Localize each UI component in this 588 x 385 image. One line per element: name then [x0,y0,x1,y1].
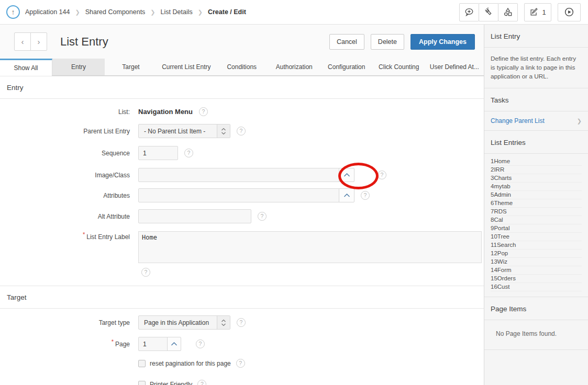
help-icon[interactable]: ? [197,380,206,385]
attributes-input[interactable] [138,188,339,202]
breadcrumb-item[interactable]: Application 144 ❯ [25,8,80,16]
chevron-right-icon: ❯ [577,118,582,124]
field-row-list-entry-label: *List Entry Label Home ? [0,231,484,277]
tab[interactable]: Current List Entry [157,59,216,75]
list-entry-item[interactable]: 13Wiz [491,258,582,266]
printer-friendly-checkbox[interactable] [138,381,146,385]
main-region: ‹ › List Entry Cancel Delete Apply Chang… [0,25,484,385]
edit-page-icon [529,7,539,17]
required-asterisk: * [112,338,114,345]
parent-list-entry-label: Parent List Entry [0,128,130,135]
breadcrumb-item[interactable]: Shared Components ❯ [85,8,156,16]
field-row-printer-friendly: Printer Friendly ? [138,380,484,385]
help-icon[interactable]: ? [237,127,246,135]
list-entry-item[interactable]: 11Search [491,241,582,250]
play-icon [564,7,574,17]
help-icon[interactable]: ? [141,268,150,277]
list-value: Navigation Menu [138,108,193,116]
help-icon[interactable]: ? [236,359,245,368]
breadcrumb-item[interactable]: Create / Edit ❯ [208,8,246,16]
tab[interactable]: Entry [52,59,105,75]
page-items-empty-message: No Page Items found. [484,320,588,350]
up-arrow-icon[interactable]: ↑ [6,5,20,19]
run-page-button[interactable] [558,3,581,21]
list-field-label: List: [0,108,130,116]
apex-list-entry-page: ↑ Application 144 ❯ Shared Components ❯ … [0,0,588,385]
sequence-input[interactable] [138,146,178,160]
tab[interactable]: Conditions [216,59,268,75]
chevron-right-icon: ❯ [150,9,155,16]
page-input[interactable] [138,337,168,351]
cancel-button[interactable]: Cancel [329,34,364,50]
tab[interactable]: Configuration [320,59,373,75]
shared-components-button[interactable] [498,3,518,21]
tab[interactable]: Show All [0,59,52,75]
page-lov-button[interactable] [167,337,181,351]
tab[interactable]: User Defined At... [425,59,484,75]
list-entries-title: List Entries [484,131,588,154]
page-title: List Entry [60,35,108,49]
required-asterisk: * [83,231,85,237]
list-entry-item[interactable]: 6Theme [491,199,582,208]
list-entry-item[interactable]: 8Cal [491,216,582,224]
list-entry-item[interactable]: 9Portal [491,224,582,233]
breadcrumb-item[interactable]: List Details ❯ [161,8,203,16]
next-button[interactable]: › [30,32,47,51]
target-type-select[interactable]: Page in this Application [138,315,230,330]
page-header: ‹ › List Entry Cancel Delete Apply Chang… [0,25,484,59]
entry-section-header: Entry [0,76,484,99]
help-icon[interactable]: ? [196,339,205,348]
list-entry-label-textarea[interactable]: Home [138,231,482,263]
parent-list-entry-select[interactable]: - No Parent List Item - [138,124,230,138]
select-spinner-icon [217,316,230,329]
help-icon[interactable]: ? [184,149,193,157]
list-entry-item[interactable]: 12Pop [491,250,582,258]
list-entry-item[interactable]: 16Cust [491,283,582,291]
apply-changes-button[interactable]: Apply Changes [411,34,475,50]
change-parent-list-link[interactable]: Change Parent List ❯ [484,111,588,131]
list-entry-label-label: *List Entry Label [0,231,130,241]
feedback-button[interactable] [459,3,479,21]
field-row-sequence: Sequence ? [0,146,484,160]
edit-page-number: 1 [542,8,546,16]
list-entry-item[interactable]: 7RDS [491,208,582,216]
tab[interactable]: Authorization [268,59,320,75]
page-items-title: Page Items [484,297,588,320]
previous-button[interactable]: ‹ [14,32,31,51]
field-row-parent-list-entry: Parent List Entry - No Parent List Item … [0,124,484,138]
reset-pagination-checkbox[interactable] [138,360,146,367]
tab[interactable]: Click Counting [373,59,425,75]
list-entry-item[interactable]: 15Orders [491,275,582,283]
help-icon[interactable]: ? [258,212,267,221]
help-icon[interactable]: ? [361,191,370,200]
attributes-label: Attributes [0,192,130,199]
help-icon[interactable]: ? [378,171,386,179]
list-entry-item[interactable]: 10Tree [491,233,582,241]
help-icon[interactable]: ? [237,318,246,327]
image-class-input[interactable] [138,168,339,182]
list-entry-item[interactable]: 4mytab [491,183,582,191]
target-section-header: Target [0,286,484,309]
field-row-alt-attribute: Alt Attribute ? [0,209,484,223]
sequence-label: Sequence [0,150,130,157]
field-row-target-type: Target type Page in this Application ? [0,315,484,330]
list-entry-item[interactable]: 2IRR [491,166,582,174]
field-row-list: List: Navigation Menu ? [0,107,484,116]
attributes-lov-button[interactable] [339,188,354,202]
list-entry-item[interactable]: 1Home [491,157,582,166]
list-entry-item[interactable]: 3Charts [491,174,582,183]
spotlight-search-button[interactable] [479,3,498,21]
list-entry-item[interactable]: 14Form [491,266,582,275]
topbar-actions: 1 [459,3,581,21]
tab[interactable]: Target [105,59,157,75]
help-icon[interactable]: ? [199,107,208,116]
field-row-attributes: Attributes ? [0,188,484,202]
alt-attribute-input[interactable] [138,209,251,223]
image-class-lov-button[interactable] [339,168,354,182]
page-label: *Page [0,341,130,348]
chevron-right-icon: ❯ [75,9,80,16]
edit-page-button[interactable]: 1 [524,3,551,21]
list-entry-item[interactable]: 5Admin [491,191,582,199]
delete-button[interactable]: Delete [371,34,404,50]
list-entries-list: 1Home 2IRR 3Charts 4mytab 5Admin 6Theme … [484,154,588,297]
